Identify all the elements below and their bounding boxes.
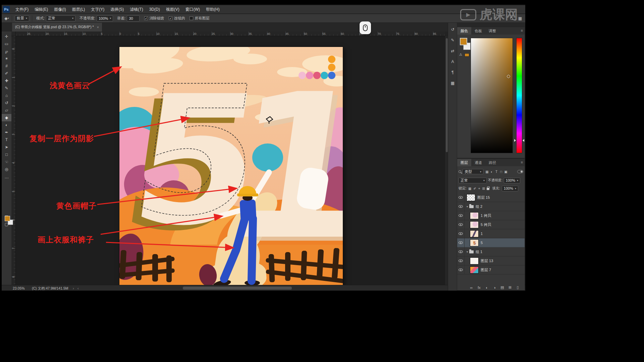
current-tool-icon[interactable]: ◈	[4, 16, 8, 21]
horizontal-ruler[interactable]: 2520151050510152025303540455055606570758…	[16, 32, 445, 36]
layer-row[interactable]: 图层 13	[457, 256, 525, 265]
lasso-tool[interactable]: ℘	[2, 48, 11, 55]
group-expand-caret[interactable]: ▾	[467, 205, 468, 208]
clone-stamp-tool[interactable]: ⌂	[2, 92, 11, 99]
layer-thumbnail[interactable]	[470, 230, 479, 237]
visibility-toggle[interactable]	[457, 265, 465, 275]
mode-dropdown[interactable]: 正常▾	[46, 15, 75, 21]
magic-wand-tool[interactable]: ✶	[2, 55, 11, 62]
clone-source-panel-icon[interactable]: ⇄	[448, 47, 457, 55]
eraser-tool[interactable]: ▱	[2, 107, 11, 114]
visibility-toggle[interactable]	[457, 202, 465, 211]
layers-opacity-dropdown[interactable]: 100%▾	[504, 178, 520, 183]
ruler-corner[interactable]	[11, 32, 16, 36]
fill-dropdown[interactable]: 100%▾	[502, 186, 518, 191]
menu-item[interactable]: 文件(F)	[12, 5, 32, 13]
all-layers-checkbox[interactable]: 所有图层	[190, 16, 209, 21]
dodge-tool[interactable]: ◐	[2, 121, 11, 129]
filter-smart-objects-icon[interactable]: ▣	[503, 170, 508, 174]
filter-shape-layers-icon[interactable]: □	[499, 170, 503, 174]
menu-item[interactable]: 滤镜(T)	[127, 5, 146, 13]
layer-filter-dropdown[interactable]: 类型▾	[463, 169, 483, 174]
workspace-switcher-icon[interactable]: ▦	[518, 16, 522, 21]
visibility-toggle[interactable]	[457, 238, 465, 247]
opacity-dropdown[interactable]: 100%▾	[97, 15, 113, 21]
hue-slider[interactable]	[516, 38, 522, 153]
visibility-toggle[interactable]	[457, 211, 465, 220]
group-expand-caret[interactable]: ▾	[467, 250, 468, 253]
panel-menu-icon[interactable]: ≡	[521, 160, 523, 164]
healing-brush-tool[interactable]: ✚	[2, 77, 11, 84]
menu-item[interactable]: 帮助(H)	[203, 5, 223, 13]
menu-item[interactable]: 编辑(E)	[32, 5, 51, 13]
crop-tool[interactable]: #	[2, 62, 11, 70]
layers-panel-tab[interactable]: 通道	[471, 159, 485, 166]
layer-thumbnail[interactable]	[470, 221, 479, 228]
zoom-tool[interactable]: ◎	[2, 166, 11, 173]
color-panel-tab[interactable]: 调整	[485, 27, 499, 35]
layer-thumbnail[interactable]	[470, 257, 479, 264]
pen-tool[interactable]: ✒	[2, 129, 11, 136]
menu-item[interactable]: 视图(V)	[163, 5, 182, 13]
lock-icon[interactable]	[487, 188, 489, 190]
layers-panel-tab[interactable]: 路径	[485, 159, 499, 166]
tool-preset-caret-icon[interactable]: ▾	[8, 17, 9, 20]
status-options-chevron[interactable]: ‹	[77, 286, 79, 290]
filter-type-layers-icon[interactable]: T	[494, 170, 499, 174]
menu-item[interactable]: 文字(Y)	[88, 5, 107, 13]
character-panel-icon[interactable]: A	[448, 58, 457, 66]
foreground-color-chip[interactable]	[460, 38, 467, 45]
color-picker-cursor[interactable]	[507, 75, 510, 78]
visibility-toggle[interactable]	[457, 193, 465, 202]
libraries-panel-icon[interactable]: ▦	[448, 79, 457, 87]
history-panel-icon[interactable]: ↺	[448, 25, 457, 34]
menu-item[interactable]: 窗口(W)	[182, 5, 203, 13]
delete-layer-icon[interactable]: ▯	[516, 285, 520, 290]
history-brush-tool[interactable]: ↺	[2, 99, 11, 107]
lock-artboard-icon[interactable]: ⊞	[482, 187, 485, 190]
filter-adjustment-layers-icon[interactable]: ◐	[489, 170, 494, 174]
visibility-toggle[interactable]	[457, 220, 465, 229]
lock-image-pixels-icon[interactable]: ✐	[473, 187, 476, 190]
new-group-icon[interactable]: ▤	[500, 285, 504, 290]
document-tab[interactable]: (C) 带简介的模板 竖版.psd @ 23.1% (5, RGB/8*) * …	[12, 23, 102, 32]
fill-source-dropdown[interactable]: 前景▾	[15, 15, 29, 21]
path-select-tool[interactable]: ➤	[2, 143, 11, 151]
brush-settings-panel-icon[interactable]: ✎	[448, 36, 457, 44]
layer-row[interactable]: ▾组 1	[457, 247, 525, 256]
hue-slider-marker[interactable]	[514, 139, 516, 142]
antialias-checkbox[interactable]: ✓消除锯齿	[144, 16, 164, 21]
layer-row[interactable]: 5 拷贝	[457, 220, 525, 229]
hue-slider-marker[interactable]	[523, 139, 524, 142]
filter-toggle[interactable]	[517, 170, 523, 173]
filter-pixel-layers-icon[interactable]: ▦	[485, 170, 489, 174]
layer-row[interactable]: 1 拷贝	[457, 211, 525, 220]
menu-item[interactable]: 选择(S)	[107, 5, 127, 13]
horizontal-scrollbar-thumb[interactable]	[183, 287, 292, 290]
eyedropper-tool[interactable]: ✐	[2, 70, 11, 77]
layer-thumbnail[interactable]	[470, 266, 479, 274]
layer-thumbnail[interactable]	[470, 212, 479, 219]
layers-panel-tab[interactable]: 图层	[457, 159, 471, 166]
blend-mode-dropdown[interactable]: 正常▾	[459, 178, 487, 183]
layer-thumbnail[interactable]	[467, 194, 475, 201]
layer-row[interactable]: 1	[457, 229, 525, 238]
lock-position-icon[interactable]: +	[478, 187, 480, 190]
layer-mask-icon[interactable]: ◐	[485, 286, 489, 290]
visibility-toggle[interactable]	[457, 247, 465, 256]
menu-item[interactable]: 图层(L)	[69, 5, 88, 13]
shape-tool[interactable]: □	[2, 151, 11, 158]
lock-transparent-pixels-icon[interactable]: ▦	[468, 187, 471, 190]
layer-effects-icon[interactable]: fx	[477, 286, 481, 290]
contiguous-checkbox[interactable]: ✓连续的	[169, 16, 185, 21]
layer-row[interactable]: 55	[457, 238, 525, 247]
type-tool[interactable]: T	[2, 136, 11, 143]
paint-bucket-tool[interactable]: ◈	[2, 114, 11, 121]
color-picker-field[interactable]	[471, 38, 513, 153]
color-panel-tab[interactable]: 色板	[471, 27, 485, 35]
adjustment-layer-icon[interactable]: ◑	[492, 286, 497, 290]
status-options-chevron[interactable]: ›	[73, 286, 74, 290]
visibility-toggle[interactable]	[457, 229, 465, 238]
new-layer-icon[interactable]: ⊞	[508, 285, 512, 290]
color-panel-tab[interactable]: 颜色	[457, 27, 471, 35]
